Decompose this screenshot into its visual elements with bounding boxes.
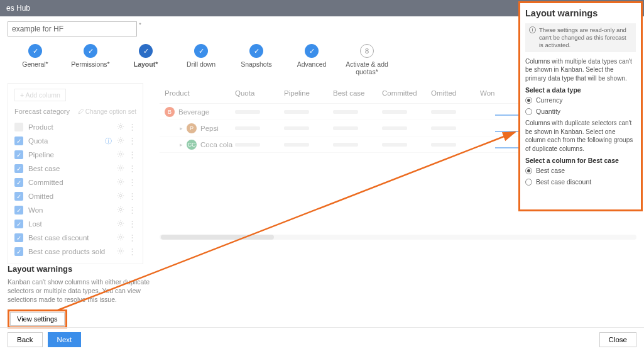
checkbox-icon[interactable]: ✓: [14, 150, 23, 159]
more-icon[interactable]: ⋮: [128, 124, 136, 130]
more-icon[interactable]: ⋮: [128, 248, 136, 255]
column-row[interactable]: ✓Won⋮: [14, 203, 136, 217]
change-option-set-link[interactable]: Change option set: [78, 108, 136, 115]
column-row[interactable]: Product⋮: [14, 120, 136, 134]
placeholder-value: [235, 110, 260, 114]
layout-warnings-panel: Layout warnings i These settings are rea…: [518, 1, 643, 211]
svg-point-10: [119, 222, 122, 225]
radio-option[interactable]: Quantity: [525, 108, 636, 115]
radio-icon[interactable]: [525, 167, 532, 174]
checkbox-icon[interactable]: ✓: [14, 164, 23, 173]
step-activate-add-quotas-[interactable]: 8Activate & add quotas*: [339, 44, 395, 75]
step-general-[interactable]: ✓General*: [8, 44, 63, 75]
more-icon[interactable]: ⋮: [128, 207, 136, 213]
close-button[interactable]: Close: [599, 332, 636, 347]
more-icon[interactable]: ⋮: [128, 138, 136, 144]
column-header: Quota: [235, 89, 284, 97]
radio-icon[interactable]: [525, 179, 532, 186]
horizontal-scrollbar[interactable]: [160, 235, 636, 240]
info-icon[interactable]: ⓘ: [105, 136, 112, 146]
gear-icon[interactable]: [117, 136, 124, 145]
svg-point-5: [119, 153, 122, 155]
forecast-title-input[interactable]: [8, 21, 137, 36]
step-snapshots[interactable]: ✓Snapshots: [229, 44, 284, 75]
option-set-label: Forecast category: [14, 108, 70, 115]
more-icon[interactable]: ⋮: [128, 193, 136, 199]
svg-point-9: [119, 208, 122, 211]
radio-icon[interactable]: [525, 97, 532, 104]
radio-option[interactable]: Currency: [525, 96, 636, 104]
layout-warnings-title: Layout warnings: [8, 264, 152, 274]
checkbox-icon[interactable]: ✓: [14, 136, 23, 145]
info-icon: i: [529, 26, 536, 33]
gear-icon[interactable]: [117, 164, 124, 173]
checkbox-icon[interactable]: ✓: [14, 206, 23, 214]
column-name: Omitted: [28, 192, 117, 200]
column-name: Committed: [28, 179, 117, 186]
option-set-row: Forecast category Change option set: [14, 108, 136, 115]
checkbox-icon[interactable]: ✓: [14, 233, 23, 242]
placeholder-value: [382, 110, 407, 114]
add-column-button[interactable]: + Add column: [14, 89, 66, 101]
view-settings-button[interactable]: View settings: [10, 312, 65, 326]
step-label: Layout*: [118, 60, 173, 68]
layout-warnings-section: Layout warnings Kanban can't show column…: [8, 264, 152, 328]
scrollbar-thumb[interactable]: [161, 235, 274, 240]
column-row[interactable]: ✓Committed⋮: [14, 176, 136, 189]
step-layout-[interactable]: ✓Layout*: [118, 44, 173, 75]
gear-icon[interactable]: [117, 178, 124, 187]
row-avatar: B: [165, 107, 175, 117]
gear-icon[interactable]: [117, 192, 124, 201]
gear-icon[interactable]: [117, 123, 124, 131]
checkbox-icon[interactable]: ✓: [14, 192, 23, 201]
view-settings-highlight: View settings: [8, 309, 67, 328]
placeholder-value: [235, 126, 260, 130]
step-dot: ✓: [139, 44, 153, 58]
checkbox-icon[interactable]: ✓: [14, 247, 23, 256]
gear-icon[interactable]: [117, 206, 124, 214]
svg-point-4: [119, 139, 122, 142]
chevron-right-icon[interactable]: ▸: [180, 125, 183, 131]
radio-icon[interactable]: [525, 108, 532, 115]
column-row[interactable]: ✓Best case discount⋮: [14, 231, 136, 245]
datatype-label: Select a data type: [525, 86, 636, 94]
chevron-right-icon[interactable]: ▸: [180, 142, 183, 148]
column-row[interactable]: ✓Best case⋮: [14, 162, 136, 176]
placeholder-value: [431, 110, 456, 114]
more-icon[interactable]: ⋮: [128, 165, 136, 172]
gear-icon[interactable]: [117, 150, 124, 159]
step-dot: ✓: [194, 44, 208, 58]
column-row[interactable]: ✓Omitted⋮: [14, 189, 136, 203]
back-button[interactable]: Back: [8, 332, 43, 347]
checkbox-icon[interactable]: [14, 123, 23, 131]
step-drill-down[interactable]: ✓Drill down: [173, 44, 229, 75]
svg-point-7: [119, 181, 122, 183]
placeholder-value: [431, 126, 456, 130]
column-row[interactable]: ✓Pipeline⋮: [14, 148, 136, 162]
step-permissions-[interactable]: ✓Permissions*: [63, 44, 118, 75]
step-dot: ✓: [305, 44, 319, 58]
placeholder-value: [333, 126, 358, 130]
gear-icon[interactable]: [117, 247, 124, 256]
more-icon[interactable]: ⋮: [128, 152, 136, 158]
checkbox-icon[interactable]: ✓: [14, 178, 23, 187]
column-row[interactable]: ✓Lost⋮: [14, 217, 136, 231]
radio-option[interactable]: Best case discount: [525, 178, 636, 186]
more-icon[interactable]: ⋮: [128, 179, 136, 186]
radio-option[interactable]: Best case: [525, 167, 636, 174]
gear-icon[interactable]: [117, 220, 124, 228]
checkbox-icon[interactable]: ✓: [14, 220, 23, 228]
next-button[interactable]: Next: [48, 332, 82, 347]
column-name: Best case discount: [28, 234, 117, 242]
step-advanced[interactable]: ✓Advanced: [284, 44, 339, 75]
step-dot: ✓: [84, 44, 97, 58]
required-mark: *: [139, 21, 141, 28]
placeholder-value: [235, 143, 260, 147]
gear-icon[interactable]: [117, 233, 124, 242]
column-row[interactable]: ✓Quotaⓘ⋮: [14, 134, 136, 148]
column-row[interactable]: ✓Best case products sold⋮: [14, 245, 136, 259]
column-label: Select a column for Best case: [525, 157, 636, 164]
placeholder-value: [382, 143, 407, 147]
more-icon[interactable]: ⋮: [128, 221, 136, 227]
more-icon[interactable]: ⋮: [128, 235, 136, 241]
